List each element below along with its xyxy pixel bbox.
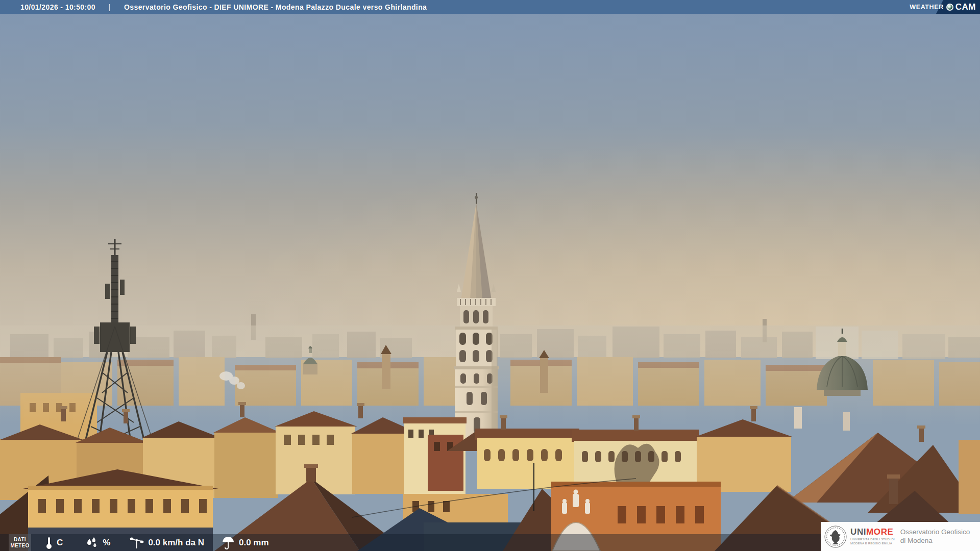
unimore-seal-icon xyxy=(824,525,847,548)
rain-reading: 0.0 mm xyxy=(222,536,269,549)
brand-uni: UNI xyxy=(850,527,866,537)
unimore-brand: UNIMORE UNIVERSITÀ DEGLI STUDI DI MODENA… xyxy=(850,528,895,545)
weathercam-brand-left: Weather xyxy=(910,4,943,11)
observatory-name: Osservatorio Geofisico di Modena xyxy=(900,528,970,545)
unimore-logo-box: UNIMORE UNIVERSITÀ DEGLI STUDI DI MODENA… xyxy=(821,522,980,551)
temperature-reading: C xyxy=(45,536,63,549)
temperature-unit: C xyxy=(57,538,63,548)
wind-reading: 0.0 km/h da N xyxy=(130,536,204,549)
thermometer-icon xyxy=(45,536,53,549)
humidity-unit: % xyxy=(103,538,110,548)
camera-title: Osservatorio Geofisico - DIEF UNIMORE - … xyxy=(124,3,427,11)
umbrella-icon xyxy=(222,536,235,549)
timestamp: 10/01/2026 - 10:50:00 xyxy=(20,3,95,11)
humidity-drops-icon xyxy=(85,537,99,549)
brand-subtitle-line1: UNIVERSITÀ DEGLI STUDI DI xyxy=(850,538,895,542)
brand-subtitle-line2: MODENA E REGGIO EMILIA xyxy=(850,542,895,546)
rain-value: 0.0 mm xyxy=(239,538,269,548)
meteo-label: DATI METEO xyxy=(9,534,31,551)
brand-more: MORE xyxy=(866,527,893,537)
weathercam-lens-icon xyxy=(946,4,953,11)
weathercam-logo: Weather CAM xyxy=(910,0,980,14)
header-bar: 10/01/2026 - 10:50:00 | Osservatorio Geo… xyxy=(0,0,980,14)
city-panorama xyxy=(0,0,980,551)
separator: | xyxy=(109,3,111,11)
anemometer-icon xyxy=(130,536,144,549)
wind-value: 0.0 km/h da N xyxy=(148,538,204,548)
weathercam-brand-right: CAM xyxy=(955,2,976,12)
humidity-reading: % xyxy=(85,537,110,549)
webcam-frame: 10/01/2026 - 10:50:00 | Osservatorio Geo… xyxy=(0,0,980,551)
